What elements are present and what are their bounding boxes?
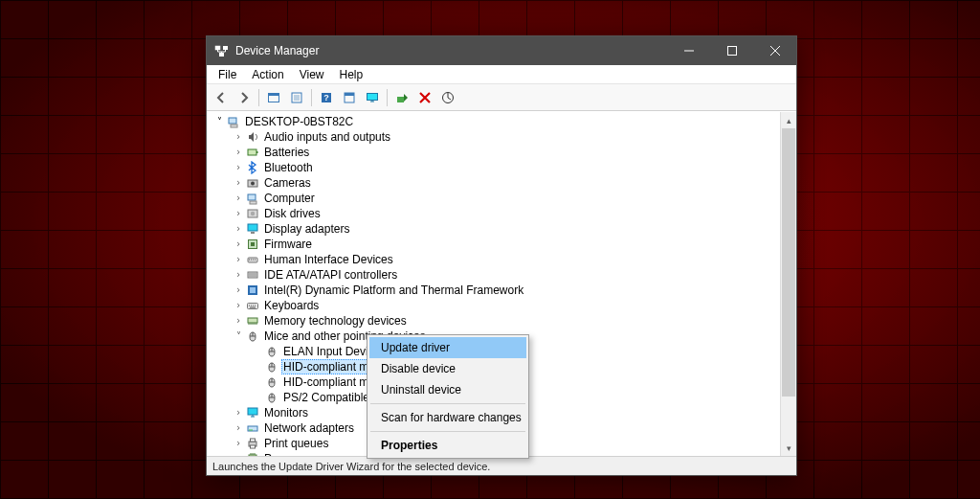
expander-icon[interactable]: ˅ <box>232 329 245 344</box>
audio-icon <box>245 129 260 145</box>
svg-rect-11 <box>368 93 378 100</box>
tree-item-label: Print queues <box>262 436 330 451</box>
expander-icon[interactable]: › <box>232 252 245 267</box>
svg-rect-45 <box>251 445 256 448</box>
expander-icon[interactable]: ˅ <box>212 114 226 129</box>
menu-view[interactable]: View <box>292 66 332 83</box>
tree-category[interactable]: ›Cameras <box>212 175 796 191</box>
vertical-scrollbar[interactable]: ▴ ▾ <box>780 112 796 456</box>
svg-point-41 <box>249 429 251 431</box>
tree-item-label: Human Interface Devices <box>262 252 395 267</box>
uninstall-button[interactable] <box>414 87 435 108</box>
menu-action[interactable]: Action <box>244 66 291 83</box>
maximize-button[interactable] <box>710 36 753 65</box>
expander-icon[interactable]: › <box>232 145 245 160</box>
minimize-button[interactable] <box>667 36 710 65</box>
tree-item-label: Processors <box>262 451 323 456</box>
tree-item-label: DESKTOP-0BST82C <box>243 114 355 129</box>
disk-icon <box>245 206 260 221</box>
expander-icon[interactable]: › <box>232 175 245 191</box>
expander-icon[interactable]: › <box>232 129 245 145</box>
tree-category[interactable]: ›Keyboards <box>212 298 796 313</box>
tree-category[interactable]: ›IDE ATA/ATAPI controllers <box>212 267 796 283</box>
tree-category[interactable]: ›Bluetooth <box>212 160 796 175</box>
tree-item-label: Monitors <box>262 405 310 420</box>
status-bar: Launches the Update Driver Wizard for th… <box>207 456 796 475</box>
show-hidden-button[interactable] <box>263 87 284 108</box>
mouse-icon <box>264 374 279 390</box>
properties-sheet-button[interactable] <box>286 87 307 108</box>
svg-rect-33 <box>248 318 257 323</box>
properties-button[interactable] <box>339 87 360 108</box>
tree-category[interactable]: ›Firmware <box>212 237 796 252</box>
expander-icon[interactable]: › <box>232 298 245 313</box>
svg-rect-1 <box>223 46 228 50</box>
window-title: Device Manager <box>235 44 319 57</box>
expander-icon[interactable]: › <box>232 221 245 237</box>
tree-category[interactable]: ›Human Interface Devices <box>212 252 796 267</box>
menu-file[interactable]: File <box>211 66 244 83</box>
svg-rect-27 <box>251 242 255 246</box>
scroll-down-icon[interactable]: ▾ <box>781 440 796 456</box>
update-driver-button[interactable] <box>391 87 412 108</box>
monitor-icon <box>245 405 260 420</box>
tree-item-label: Cameras <box>262 175 313 191</box>
expander-icon[interactable]: › <box>232 420 245 436</box>
tree-category[interactable]: ›Computer <box>212 191 796 206</box>
titlebar[interactable]: Device Manager <box>207 36 796 65</box>
back-button[interactable] <box>211 87 232 108</box>
tree-category[interactable]: ›Memory technology devices <box>212 313 796 329</box>
ctx-properties[interactable]: Properties <box>369 435 526 456</box>
battery-icon <box>245 145 260 160</box>
hid-icon <box>245 252 260 267</box>
tree-root[interactable]: ˅DESKTOP-0BST82C <box>212 114 796 129</box>
mouse-icon <box>245 329 260 344</box>
help-button[interactable]: ? <box>316 87 337 108</box>
tree-category[interactable]: ›Intel(R) Dynamic Platform and Thermal F… <box>212 283 796 298</box>
keyboard-icon <box>245 298 260 313</box>
forward-button[interactable] <box>234 87 255 108</box>
expander-icon[interactable]: › <box>232 206 245 221</box>
expander-icon[interactable]: › <box>232 283 245 298</box>
monitor-button[interactable] <box>362 87 383 108</box>
tree-category[interactable]: ›Audio inputs and outputs <box>212 129 796 145</box>
svg-point-23 <box>251 212 255 215</box>
svg-point-19 <box>251 182 255 186</box>
svg-rect-46 <box>249 455 256 456</box>
tree-item-label: Memory technology devices <box>262 313 409 329</box>
expander-icon[interactable]: › <box>232 405 245 420</box>
network-icon <box>245 420 260 436</box>
svg-rect-21 <box>250 201 256 204</box>
ide-icon <box>245 267 260 283</box>
ctx-scan-hardware[interactable]: Scan for hardware changes <box>369 407 526 428</box>
expander-icon[interactable]: › <box>232 313 245 329</box>
expander-icon[interactable]: › <box>232 451 245 456</box>
tree-item-label: Intel(R) Dynamic Platform and Thermal Fr… <box>262 283 525 298</box>
ctx-disable-device[interactable]: Disable device <box>369 358 526 379</box>
close-button[interactable] <box>753 36 796 65</box>
tree-item-label: Batteries <box>262 145 311 160</box>
tree-item-label: Audio inputs and outputs <box>262 129 392 145</box>
expander-icon[interactable]: › <box>232 237 245 252</box>
tree-category[interactable]: ›Batteries <box>212 145 796 160</box>
ctx-separator <box>370 403 525 404</box>
ctx-update-driver[interactable]: Update driver <box>369 337 526 358</box>
tree-item-label: Computer <box>262 191 317 206</box>
tree-category[interactable]: ›Disk drives <box>212 206 796 221</box>
expander-icon[interactable]: › <box>232 191 245 206</box>
expander-icon[interactable]: › <box>232 160 245 175</box>
scroll-thumb[interactable] <box>782 128 795 397</box>
expander-icon[interactable]: › <box>232 267 245 283</box>
tree-item-label: Disk drives <box>262 206 323 221</box>
menu-help[interactable]: Help <box>332 66 371 83</box>
display-icon <box>245 221 260 237</box>
expander-icon[interactable]: › <box>232 436 245 451</box>
tree-category[interactable]: ›Display adapters <box>212 221 796 237</box>
tree-item-label: IDE ATA/ATAPI controllers <box>262 267 399 283</box>
bluetooth-icon <box>245 160 260 175</box>
scan-hardware-button[interactable] <box>437 87 458 108</box>
app-icon <box>214 43 230 58</box>
ctx-uninstall-device[interactable]: Uninstall device <box>369 379 526 400</box>
scroll-up-icon[interactable]: ▴ <box>781 112 796 128</box>
svg-rect-14 <box>229 118 236 124</box>
